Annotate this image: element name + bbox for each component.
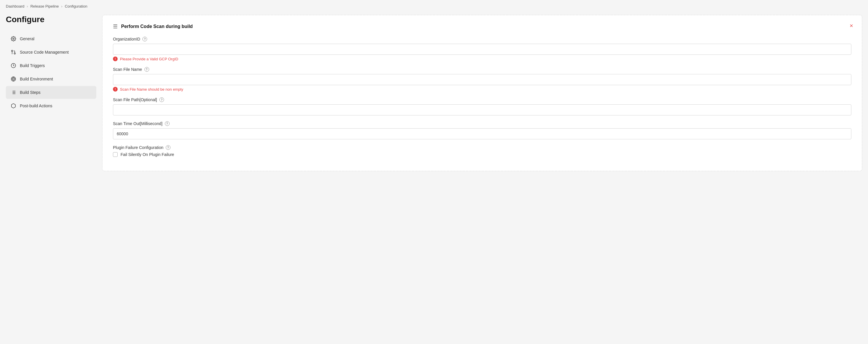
checkbox-group-plugin-failure: Fail Silently On Plugin Failure [113,152,851,157]
sidebar-item-general[interactable]: General [6,32,96,45]
svg-point-0 [13,38,14,40]
breadcrumb-dashboard[interactable]: Dashboard [6,4,25,8]
svg-point-1 [14,53,16,54]
help-icon-scan-time-out[interactable]: ? [165,121,169,126]
error-text-scan-file-name: Scan File Name should be non empty [120,87,183,92]
sidebar-label-build-steps: Build Steps [20,90,40,95]
label-scan-file-path: Scan File Path[Optional] ? [113,97,851,102]
close-button[interactable]: × [849,22,854,29]
sidebar-label-build-triggers: Build Triggers [20,63,45,68]
label-text-plugin-failure: Plugin Failure Configuration [113,145,163,150]
config-panel: ☰ Perform Code Scan during build × Organ… [102,15,862,171]
error-icon-organization-id: ! [113,57,118,61]
label-scan-time-out: Scan Time Out[Millisecond] ? [113,121,851,126]
sidebar-label-scm: Source Code Management [20,50,69,55]
breadcrumb: Dashboard › Release Pipeline › Configura… [0,0,868,12]
sidebar: Configure General [6,12,96,338]
input-organization-id[interactable] [113,44,851,55]
sidebar-nav: General Source Code Management [6,32,96,112]
sidebar-item-build-triggers[interactable]: Build Triggers [6,59,96,72]
form-group-scan-file-path: Scan File Path[Optional] ? [113,97,851,115]
error-text-organization-id: Please Provide a Valid GCP OrgID [120,57,178,61]
sidebar-item-build-environment[interactable]: Build Environment [6,73,96,85]
error-scan-file-name: ! Scan File Name should be non empty [113,87,851,92]
sidebar-item-post-build-actions[interactable]: Post-build Actions [6,99,96,112]
svg-point-2 [11,50,13,51]
label-organization-id: OrganizationID ? [113,37,851,41]
help-icon-scan-file-name[interactable]: ? [145,67,149,72]
breadcrumb-release-pipeline[interactable]: Release Pipeline [30,4,59,8]
label-text-organization-id: OrganizationID [113,37,140,41]
sidebar-item-build-steps[interactable]: Build Steps [6,86,96,99]
panel-title: Perform Code Scan during build [121,24,193,29]
gear-icon [10,36,17,42]
menu-icon[interactable]: ☰ [113,23,118,30]
build-steps-icon [10,90,17,95]
label-text-scan-time-out: Scan Time Out[Millisecond] [113,121,162,126]
source-code-icon [10,49,17,55]
panel-header: ☰ Perform Code Scan during build [113,23,851,30]
sidebar-label-build-environment: Build Environment [20,77,53,81]
sidebar-label-general: General [20,36,34,41]
label-text-scan-file-name: Scan File Name [113,67,142,72]
page-title: Configure [6,15,96,24]
input-scan-file-path[interactable] [113,104,851,115]
sidebar-item-source-code-management[interactable]: Source Code Management [6,46,96,59]
form-group-scan-file-name: Scan File Name ? ! Scan File Name should… [113,67,851,92]
environment-icon [10,76,17,82]
post-build-icon [10,103,17,109]
trigger-icon [10,63,17,69]
error-icon-scan-file-name: ! [113,87,118,92]
label-plugin-failure: Plugin Failure Configuration ? [113,145,851,150]
breadcrumb-configuration: Configuration [65,4,87,8]
checkbox-label-fail-silently: Fail Silently On Plugin Failure [121,152,174,157]
help-icon-plugin-failure[interactable]: ? [166,145,170,150]
form-group-scan-time-out: Scan Time Out[Millisecond] ? [113,121,851,139]
label-scan-file-name: Scan File Name ? [113,67,851,72]
input-scan-file-name[interactable] [113,74,851,85]
form-group-organization-id: OrganizationID ? ! Please Provide a Vali… [113,37,851,61]
help-icon-scan-file-path[interactable]: ? [159,97,164,102]
breadcrumb-sep-1: › [27,4,28,8]
content-area: ☰ Perform Code Scan during build × Organ… [102,12,862,338]
help-icon-organization-id[interactable]: ? [143,37,147,41]
error-organization-id: ! Please Provide a Valid GCP OrgID [113,57,851,61]
form-group-plugin-failure: Plugin Failure Configuration ? Fail Sile… [113,145,851,157]
sidebar-label-post-build: Post-build Actions [20,103,52,108]
input-scan-time-out[interactable] [113,128,851,139]
breadcrumb-sep-2: › [61,4,62,8]
checkbox-fail-silently[interactable] [113,152,118,157]
main-layout: Configure General [0,12,868,344]
label-text-scan-file-path: Scan File Path[Optional] [113,97,157,102]
